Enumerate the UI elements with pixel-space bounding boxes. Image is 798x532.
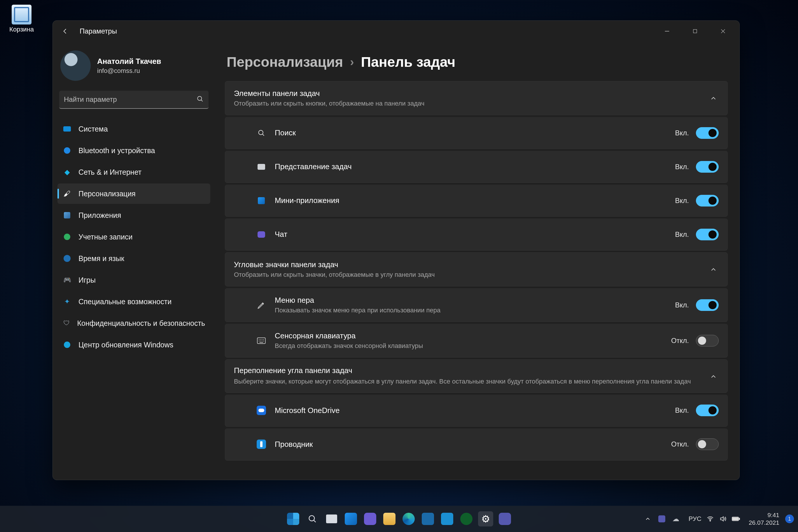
breadcrumb: Персонализация › Панель задач [227, 54, 728, 70]
main-content: Персонализация › Панель задач Элементы п… [216, 42, 739, 480]
chevron-up-icon [708, 264, 719, 275]
chevron-up-icon [708, 93, 719, 103]
sidebar-item-accounts[interactable]: Учетные записи [57, 227, 210, 247]
sidebar-item-label: Специальные возможности [78, 298, 171, 306]
breadcrumb-current: Панель задач [361, 54, 456, 70]
sidebar-item-label: Bluetooth и устройства [78, 147, 155, 155]
sidebar-item-time-language[interactable]: Время и язык [57, 248, 210, 269]
sidebar-item-windows-update[interactable]: Центр обновления Windows [57, 335, 210, 355]
shield-icon: 🛡 [63, 319, 70, 327]
toggle-taskview[interactable] [696, 161, 719, 173]
usb-icon [256, 439, 267, 450]
toggle-state: Вкл. [675, 196, 689, 205]
row-label: Поиск [275, 128, 675, 137]
row-touch-keyboard: Сенсорная клавиатура Всегда отображать з… [225, 324, 728, 358]
toggle-explorer[interactable] [696, 438, 719, 450]
pen-icon [256, 300, 267, 310]
profile-block[interactable]: Анатолий Ткачев info@comss.ru [57, 42, 210, 91]
taskbar-taskview-button[interactable] [324, 511, 339, 527]
sidebar-item-privacy[interactable]: 🛡Конфиденциальность и безопасность [57, 313, 210, 334]
notification-badge[interactable]: 1 [785, 514, 794, 523]
system-tray: ☁ РУС 9:41 26.07.2021 1 [644, 511, 794, 527]
toggle-state: Откл. [671, 337, 689, 345]
sidebar-item-system[interactable]: Система [57, 119, 210, 139]
taskbar: ⚙ ☁ РУС 9:41 26.07.2021 1 [0, 506, 798, 532]
taskbar-teams-button[interactable] [497, 511, 512, 527]
sidebar-item-bluetooth[interactable]: Bluetooth и устройства [57, 140, 210, 161]
svg-point-4 [309, 516, 315, 521]
tray-language[interactable]: РУС [689, 515, 701, 522]
svg-rect-0 [693, 30, 697, 33]
sidebar-item-label: Игры [78, 276, 96, 284]
sidebar-nav: Система Bluetooth и устройства ◆Сеть & и… [57, 119, 210, 355]
section-title: Переполнение угла панели задач [234, 366, 708, 375]
desktop-recycle-bin[interactable]: Корзина [7, 5, 36, 33]
maximize-button[interactable] [682, 23, 708, 39]
wifi-icon[interactable] [706, 515, 714, 523]
toggle-state: Вкл. [675, 406, 689, 415]
wifi-icon: ◆ [63, 168, 72, 176]
sidebar-item-apps[interactable]: Приложения [57, 205, 210, 226]
onedrive-icon [256, 405, 267, 416]
row-label: Представление задач [275, 162, 675, 171]
sidebar: Анатолий Ткачев info@comss.ru Система Bl… [53, 42, 216, 480]
taskbar-widgets-button[interactable] [343, 511, 359, 527]
sidebar-item-label: Приложения [78, 211, 121, 220]
section-taskbar-items-header[interactable]: Элементы панели задач Отобразить или скр… [225, 81, 728, 115]
taskbar-explorer-button[interactable] [382, 511, 397, 527]
toggle-touch-keyboard[interactable] [696, 335, 719, 346]
tray-onedrive-icon[interactable]: ☁ [672, 515, 680, 523]
tray-clock[interactable]: 9:41 26.07.2021 [749, 511, 779, 527]
row-pen-menu: Меню пера Показывать значок меню пера пр… [225, 288, 728, 322]
battery-icon[interactable] [732, 515, 740, 523]
tray-chevron-up-icon[interactable] [644, 515, 652, 523]
toggle-pen-menu[interactable] [696, 299, 719, 311]
taskbar-xbox-button[interactable] [459, 511, 474, 527]
chevron-right-icon: › [350, 55, 354, 69]
search-box[interactable] [59, 91, 209, 109]
back-button[interactable] [59, 25, 72, 38]
taskview-icon [256, 162, 267, 172]
gamepad-icon: 🎮 [63, 276, 72, 284]
toggle-state: Вкл. [675, 230, 689, 239]
svg-point-2 [259, 130, 263, 134]
toggle-onedrive[interactable] [696, 404, 719, 416]
accessibility-icon: ✦ [63, 297, 72, 306]
taskbar-chat-button[interactable] [363, 511, 378, 527]
sidebar-item-label: Учетные записи [78, 233, 132, 241]
row-sublabel: Показывать значок меню пера при использо… [275, 306, 675, 314]
breadcrumb-parent[interactable]: Персонализация [227, 54, 343, 70]
taskbar-search-button[interactable] [305, 511, 320, 527]
taskbar-edge-button[interactable] [401, 511, 416, 527]
taskbar-mail-button[interactable] [439, 511, 455, 527]
section-title: Элементы панели задач [234, 89, 708, 98]
row-label: Меню пера [275, 296, 675, 305]
section-overflow-header[interactable]: Переполнение угла панели задач Выберите … [225, 359, 728, 393]
toggle-chat[interactable] [696, 229, 719, 240]
sidebar-item-accessibility[interactable]: ✦Специальные возможности [57, 291, 210, 312]
minimize-button[interactable] [654, 23, 680, 39]
volume-icon[interactable] [719, 515, 727, 523]
recycle-bin-icon [12, 5, 32, 24]
settings-window: Параметры Анатолий Ткачев info@comss.ru [53, 20, 740, 480]
taskbar-settings-button[interactable]: ⚙ [478, 511, 493, 527]
row-label: Проводник [275, 440, 671, 449]
row-onedrive: Microsoft OneDrive Вкл. [225, 395, 728, 427]
taskbar-store-button[interactable] [420, 511, 435, 527]
row-label: Мини-приложения [275, 196, 675, 205]
search-input[interactable] [64, 95, 196, 103]
sidebar-item-gaming[interactable]: 🎮Игры [57, 270, 210, 290]
avatar [60, 51, 91, 81]
toggle-search[interactable] [696, 127, 719, 139]
section-corner-icons-header[interactable]: Угловые значки панели задач Отобразить и… [225, 252, 728, 286]
window-titlebar: Параметры [53, 21, 739, 42]
window-title: Параметры [80, 27, 117, 35]
row-sublabel: Всегда отображать значок сенсорной клави… [275, 342, 671, 350]
start-button[interactable] [286, 511, 301, 527]
tray-teams-icon[interactable] [658, 515, 666, 523]
toggle-widgets[interactable] [696, 195, 719, 207]
sidebar-item-personalization[interactable]: 🖌Персонализация [57, 184, 210, 204]
row-search: Поиск Вкл. [225, 117, 728, 149]
close-button[interactable] [710, 23, 736, 39]
sidebar-item-network[interactable]: ◆Сеть & и Интернет [57, 162, 210, 182]
